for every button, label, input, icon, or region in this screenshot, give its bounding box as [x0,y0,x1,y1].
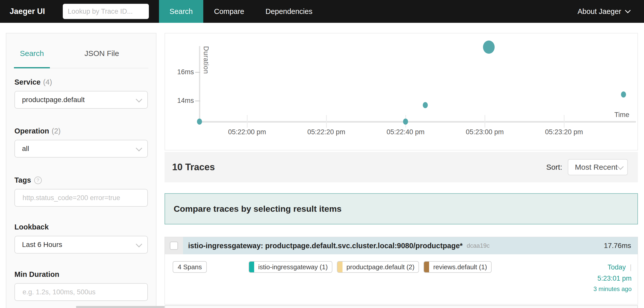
trace-result-header[interactable]: istio-ingressgateway: productpage.defaul… [165,237,638,254]
trace-scatter-point[interactable] [621,91,626,98]
y-axis-tick-label: 14ms [169,97,194,105]
y-axis-tick [195,101,200,101]
tags-field: Tags ? [14,176,148,207]
service-tag: reviews.default (1) [424,261,491,273]
trace-result-body: 4 Spans istio-ingressgateway (1)productp… [165,254,638,304]
service-tag: productpage.default (2) [337,261,419,273]
about-jaeger-menu[interactable]: About Jaeger [577,7,630,16]
x-axis-tick [326,115,327,128]
service-tags: istio-ingressgateway (1)productpage.defa… [249,261,492,273]
x-axis-title: Time [614,111,629,119]
tags-input-box [14,189,148,207]
lookback-label: Lookback [14,223,148,231]
next-trace-row-edge [165,305,638,308]
about-jaeger-label: About Jaeger [577,7,621,16]
trace-scatter-point[interactable] [403,119,408,125]
trace-result-item: istio-ingressgateway: productpage.defaul… [165,237,638,304]
chevron-down-icon [625,8,631,13]
x-axis-tick-label: 05:22:20 pm [296,128,357,136]
sidebar-tab-search[interactable]: Search [14,49,50,58]
operation-count: (2) [52,127,61,135]
trace-duration: 17.76ms [604,242,631,250]
lookback-field: Lookback Last 6 Hours [14,223,148,254]
jaeger-search-page: Jaeger UI Search Compare Dependencies Ab… [0,0,644,308]
trace-date[interactable]: Today [608,263,626,271]
trace-select-checkbox[interactable] [170,242,178,250]
help-icon[interactable]: ? [34,177,42,184]
chevron-down-icon [136,241,142,247]
tags-input[interactable] [22,194,141,202]
service-select[interactable]: productpage.default [14,91,148,109]
span-count-badge: 4 Spans [173,261,207,273]
x-axis-tick [485,115,485,128]
app-brand[interactable]: Jaeger UI [10,7,45,16]
horizontal-scrollbar-thumb[interactable] [76,306,165,308]
trace-time[interactable]: 5:23:01 pm [593,275,632,282]
service-color-stripe [424,262,429,272]
y-axis-title: Duration [202,46,210,74]
operation-field: Operation (2) all [14,127,148,158]
nav-tab-dependencies[interactable]: Dependencies [255,0,323,23]
chevron-down-icon [136,96,142,102]
sort-label: Sort: [546,163,562,171]
service-label: Service (4) [14,78,148,86]
nav-tab-search[interactable]: Search [159,0,204,23]
chevron-down-icon [617,163,623,170]
x-axis-tick [564,115,565,128]
service-tag-label: reviews.default (1) [429,262,491,272]
checkbox-column [165,237,183,254]
trace-scatter-point[interactable] [423,102,428,108]
service-tag-label: istio-ingressgateway (1) [254,262,332,272]
trace-scatter-point[interactable] [197,119,202,125]
compare-banner: Compare traces by selecting result items [165,193,638,224]
trace-header-main: istio-ingressgateway: productpage.defaul… [183,237,638,254]
x-axis-tick-label: 05:23:00 pm [454,128,515,136]
service-color-stripe [249,262,254,272]
chevron-down-icon [136,145,142,151]
trace-age: 3 minutes ago [593,285,632,293]
top-navbar: Jaeger UI Search Compare Dependencies Ab… [0,0,644,23]
duration-scatter-chart: Duration Time 05:22:00 pm05:22:20 pm05:2… [165,33,638,150]
operation-label: Operation (2) [14,127,148,135]
results-summary-bar: 10 Traces Sort: Most Recent [165,152,638,182]
min-duration-input-box [14,283,148,301]
trace-id: dcaa19c [467,242,490,249]
trace-title: istio-ingressgateway: productpage.defaul… [188,242,463,250]
trace-count: 10 Traces [172,162,215,172]
trace-id-lookup-input[interactable] [63,4,149,19]
separator-pipe: | [630,263,632,271]
x-axis-tick-label: 05:22:00 pm [217,128,277,136]
trace-timestamp-block: Today| 5:23:01 pm 3 minutes ago [593,263,632,293]
nav-tabs: Search Compare Dependencies [159,0,323,23]
trace-scatter-point[interactable] [483,41,495,54]
service-color-stripe [337,262,343,272]
y-axis-line [199,46,200,122]
lookback-select[interactable]: Last 6 Hours [14,236,148,254]
y-axis-tick [195,72,200,73]
search-sidebar: Search JSON File Service (4) productpage… [6,33,156,308]
service-count: (4) [43,78,52,86]
min-duration-label: Min Duration [14,270,148,279]
nav-tab-compare[interactable]: Compare [203,0,255,23]
sidebar-tab-json-file[interactable]: JSON File [76,49,127,58]
compare-banner-text: Compare traces by selecting result items [174,204,341,214]
x-axis-tick-label: 05:23:20 pm [534,128,594,136]
service-field: Service (4) productpage.default [14,78,148,109]
y-axis-tick-label: 16ms [169,68,194,76]
tags-label: Tags ? [14,176,148,184]
service-tag-label: productpage.default (2) [343,262,419,272]
min-duration-input[interactable] [22,288,141,296]
operation-select[interactable]: all [14,140,148,158]
sort-select[interactable]: Most Recent [568,159,628,175]
service-tag: istio-ingressgateway (1) [249,261,332,273]
x-axis-line [199,121,636,123]
x-axis-tick [247,115,248,128]
min-duration-field: Min Duration [14,270,148,301]
x-axis-tick-label: 05:22:40 pm [375,128,436,136]
active-tab-ink-bar [14,67,50,68]
